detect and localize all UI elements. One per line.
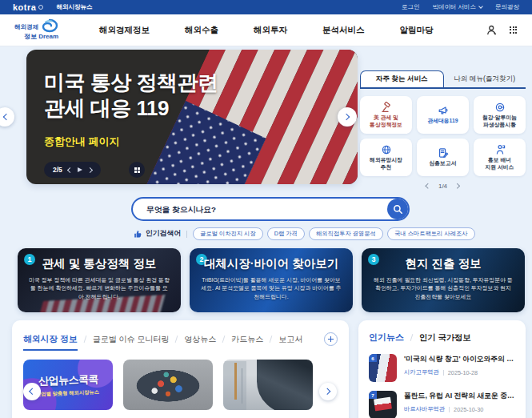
feature-card-alt-market[interactable]: 2 대체시장·바이어 찾아보기 TriBIG(트라이빅)을 활용해 새로운 시장… xyxy=(190,248,353,312)
popular-keyword-tags: 글로벌 이차전지 시장 D램 가격 해외직접투자 경영분석 국내 스마트팩토리 … xyxy=(193,227,475,240)
pager-next-icon[interactable] xyxy=(454,183,459,188)
dream-logo[interactable]: 해외경제 정보 Dream xyxy=(13,18,72,42)
news-meta: 바르샤바무역관 2025-10-30 xyxy=(404,405,515,413)
tab-card-news[interactable]: 카드뉴스 xyxy=(231,334,263,345)
tab-separator xyxy=(83,336,86,343)
thumbnails-prev-button[interactable] xyxy=(23,383,41,400)
chevron-left-icon xyxy=(30,388,36,395)
nav-item-notice[interactable]: 알림마당 xyxy=(400,25,434,36)
tile-steel-aluminum-derivatives[interactable]: 철강·알루미늄 파생상품시황 xyxy=(474,96,526,134)
tab-report[interactable]: 보고서 xyxy=(278,334,302,345)
keyword-tag[interactable]: D램 가격 xyxy=(267,227,305,240)
user-icon[interactable] xyxy=(486,25,497,35)
keyword-tag[interactable]: 해외직접투자 경영분석 xyxy=(309,227,383,240)
tab-my-menu[interactable]: 나의 메뉴(즐겨찾기) xyxy=(444,70,526,87)
hero-banner[interactable]: 미국 통상 정책관련 관세 대응 119 종합안내 페이지 2/5 xyxy=(26,50,358,184)
feature-card-local-entry[interactable]: 3 현지 진출 정보 해외 진출에 필요한 최신법령, 시장동향, 투자유망분야… xyxy=(362,248,525,312)
news-thumbnail-products-image[interactable] xyxy=(123,360,213,410)
news-item-body: 폴란드, 유럽 AI 전략의 새로운 중심지로 부상 바르샤바무역관 2025-… xyxy=(404,391,515,418)
feature-card-title: 관세 및 통상정책 정보 xyxy=(18,256,181,271)
hero-prev-button[interactable] xyxy=(0,107,14,127)
bigdata-service-link[interactable]: 빅데이터 서비스 xyxy=(432,3,482,11)
nav-icons xyxy=(486,25,519,35)
carousel-prev-icon[interactable] xyxy=(67,167,73,172)
divider xyxy=(186,231,187,238)
news-title: 폴란드, 유럽 AI 전략의 새로운 중심지로 부상 xyxy=(404,392,515,401)
thumbnail-subtitle: 산업별 맞춤형 해외시장뉴스 xyxy=(36,388,99,398)
tab-overseas-market-info[interactable]: 해외시장 정보 xyxy=(23,334,78,345)
tab-global-issue-monitoring[interactable]: 글로벌 이슈 모니터링 xyxy=(93,334,170,345)
quick-service-tiles: 美 관세 및 통상정책정보 관세대응119 철강·알루미늄 파생상품시황 해외유… xyxy=(360,96,526,176)
tab-separator xyxy=(175,336,178,343)
news-item-body: '미국의 식량 창고' 아이오와주의 투자 기회 시카고무역관 2025-10-… xyxy=(404,354,515,382)
kotra-logo[interactable]: kotra xyxy=(13,2,43,12)
tab-separator xyxy=(270,336,273,343)
tile-label: 관세대응119 xyxy=(427,118,458,125)
nav-item-overseas-investment[interactable]: 해외투자 xyxy=(254,25,287,36)
pager-prev-icon[interactable] xyxy=(426,183,431,188)
hero-slide-list-button[interactable] xyxy=(129,162,145,178)
thumbs-up-icon xyxy=(134,230,142,239)
feature-card-title: 현지 진출 정보 xyxy=(362,256,525,271)
news-date: 2025-10-28 xyxy=(448,369,478,376)
chevron-left-icon xyxy=(2,114,9,120)
keyword-tag[interactable]: 글로벌 이차전지 시장 xyxy=(193,227,263,240)
carousel-play-icon[interactable] xyxy=(78,167,82,172)
feature-card-tariff-info[interactable]: 1 관세 및 통상정책 정보 미국 정부 정책에 따른 관세대응 및 글로벌 통… xyxy=(18,248,181,312)
nav-item-overseas-export[interactable]: 해외수출 xyxy=(185,25,218,36)
news-list-item[interactable]: 7 폴란드, 유럽 AI 전략의 새로운 중심지로 부상 바르샤바무역관 202… xyxy=(369,391,515,418)
popular-keywords-text: 인기검색어 xyxy=(146,229,181,239)
market-news-thumbnails: 산업뉴스콕콕 산업별 맞춤형 해외시장뉴스 xyxy=(23,360,338,410)
report-icon xyxy=(438,147,449,159)
tab-frequent-services[interactable]: 자주 찾는 서비스 xyxy=(360,70,444,87)
inquiry-link[interactable]: 문의광장 xyxy=(495,3,519,11)
thumbnail-title: 산업뉴스콕콕 xyxy=(38,372,98,388)
tile-promising-markets[interactable]: 해외유망시장 추천 xyxy=(360,139,412,176)
globe-icon xyxy=(381,144,392,155)
hero-next-button[interactable] xyxy=(338,107,357,127)
nav-item-overseas-economy[interactable]: 해외경제정보 xyxy=(99,25,150,36)
keyword-tag[interactable]: 국내 스마트팩토리 사례조사 xyxy=(387,227,475,240)
banner-person-icon xyxy=(494,144,506,155)
search-button[interactable] xyxy=(387,199,408,219)
popular-news-list: 6 '미국의 식량 창고' 아이오와주의 투자 기회 시카고무역관 2025-1… xyxy=(369,354,515,418)
tab-video-news[interactable]: 영상뉴스 xyxy=(184,334,216,345)
search-icon xyxy=(393,204,403,215)
feature-card-desc: 해외 진출에 필요한 최신법령, 시장동향, 투자유망분야 등 확인하고, 투자… xyxy=(362,276,525,301)
tab-popular-news[interactable]: 인기뉴스 xyxy=(369,332,404,344)
hero-carousel-controls: 2/5 xyxy=(44,162,101,178)
site-label[interactable]: 해외시장뉴스 xyxy=(56,3,92,11)
top-utility-bar: kotra 해외시장뉴스 로그인 빅데이터 서비스 문의광장 xyxy=(0,0,532,14)
tile-label: 美 관세 및 통상정책정보 xyxy=(370,115,402,129)
divider xyxy=(443,370,444,376)
megaphone-icon xyxy=(438,105,449,116)
news-date: 2025-10-30 xyxy=(454,406,483,413)
tile-us-tariff-policy[interactable]: 美 관세 및 통상정책정보 xyxy=(360,96,412,134)
nav-item-analysis-service[interactable]: 분석서비스 xyxy=(322,25,365,36)
tab-separator xyxy=(410,334,414,341)
news-title: '미국의 식량 창고' 아이오와주의 투자 기회 xyxy=(404,355,515,364)
news-thumbnail-shipyard-image[interactable] xyxy=(223,360,313,410)
bigdata-service-label: 빅데이터 서비스 xyxy=(432,3,476,11)
hero-title-line1: 미국 통상 정책관련 xyxy=(44,70,218,96)
more-plus-button[interactable] xyxy=(324,332,338,346)
carousel-next-icon[interactable] xyxy=(87,167,93,172)
news-list-item[interactable]: 6 '미국의 식량 창고' 아이오와주의 투자 기회 시카고무역관 2025-1… xyxy=(369,354,515,382)
tile-indepth-report[interactable]: 심층보고서 xyxy=(417,139,469,176)
tile-banner-support[interactable]: 홍보 배너 지원 서비스 xyxy=(474,139,526,176)
hero-subtitle: 종합안내 페이지 xyxy=(44,135,120,149)
thumbnails-next-button[interactable] xyxy=(319,383,337,400)
popular-news-card: 인기뉴스 인기 국가정보 6 '미국의 식량 창고' 아이오와주의 투자 기회 … xyxy=(358,320,526,418)
tile-label: 심층보고서 xyxy=(430,160,457,167)
popular-keywords-row: 인기검색어 글로벌 이차전지 시장 D램 가격 해외직접투자 경영분석 국내 스… xyxy=(134,227,475,240)
topbar-links: 로그인 빅데이터 서비스 문의광장 xyxy=(402,3,519,11)
search-input[interactable] xyxy=(131,197,410,221)
tab-popular-country-info[interactable]: 인기 국가정보 xyxy=(419,332,471,344)
feature-card-desc: 미국 정부 정책에 따른 관세대응 및 글로벌 통상 환경 동향을 한눈에 확인… xyxy=(18,276,181,301)
tile-tariff-response-119[interactable]: 관세대응119 xyxy=(417,96,469,134)
tile-label: 철강·알루미늄 파생상품시황 xyxy=(482,115,517,129)
news-meta: 시카고무역관 2025-10-28 xyxy=(404,368,515,376)
rank-badge: 7 xyxy=(369,391,377,399)
all-menu-grid-icon[interactable] xyxy=(510,26,518,34)
login-link[interactable]: 로그인 xyxy=(402,3,420,11)
